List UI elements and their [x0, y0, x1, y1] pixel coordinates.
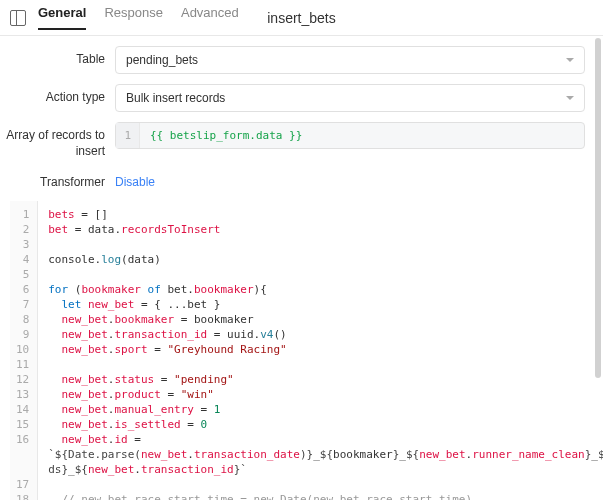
code-line[interactable] — [48, 268, 55, 281]
code-line[interactable]: let new_bet = { ...bet } — [48, 298, 220, 311]
code-line[interactable]: bet = data.recordsToInsert — [48, 223, 220, 236]
code-line[interactable]: new_bet.sport = "Greyhound Racing" — [48, 343, 286, 356]
code-line[interactable]: new_bet.manual_entry = 1 — [48, 403, 220, 416]
code-line[interactable]: console.log(data) — [48, 253, 161, 266]
records-code-input[interactable]: 1 {{ betslip_form.data }} — [115, 122, 585, 149]
panel-toggle-icon[interactable] — [10, 10, 26, 26]
select-action-type[interactable]: Bulk insert records — [115, 84, 585, 112]
tab-response[interactable]: Response — [104, 5, 163, 30]
header-bar: General Response Advanced insert_bets — [0, 0, 603, 36]
transformer-editor[interactable]: 1234567891011121314151617181920212223242… — [10, 201, 603, 500]
row-editor: 1234567891011121314151617181920212223242… — [0, 201, 585, 500]
code-line[interactable]: ds}_${new_bet.transaction_id}` — [48, 463, 247, 476]
code-line[interactable]: new_bet.is_settled = 0 — [48, 418, 207, 431]
code-line[interactable]: new_bet.bookmaker = bookmaker — [48, 313, 253, 326]
code-line[interactable] — [48, 358, 55, 371]
row-transformer: Transformer Disable — [0, 169, 585, 191]
query-title: insert_bets — [267, 10, 335, 26]
scrollbar[interactable] — [595, 38, 601, 378]
tab-general[interactable]: General — [38, 5, 86, 30]
label-transformer: Transformer — [0, 169, 115, 191]
code-line[interactable] — [48, 478, 55, 491]
code-line[interactable]: new_bet.transaction_id = uuid.v4() — [48, 328, 286, 341]
label-records: Array of records to insert — [0, 122, 115, 159]
row-records: Array of records to insert 1 {{ betslip_… — [0, 122, 585, 159]
editor-code[interactable]: bets = [] bet = data.recordsToInsert con… — [38, 201, 603, 500]
code-line[interactable]: new_bet.status = "pending" — [48, 373, 233, 386]
label-table: Table — [0, 46, 115, 68]
code-line[interactable]: `${Date.parse(new_bet.transaction_date)}… — [48, 448, 603, 461]
code-line[interactable]: for (bookmaker of bet.bookmaker){ — [48, 283, 267, 296]
row-table: Table pending_bets — [0, 46, 585, 74]
editor-gutter: 1234567891011121314151617181920212223242… — [10, 201, 38, 500]
label-action-type: Action type — [0, 84, 115, 106]
gutter: 1 — [116, 123, 140, 148]
code-line[interactable]: new_bet.product = "win" — [48, 388, 214, 401]
row-action-type: Action type Bulk insert records — [0, 84, 585, 112]
code-line[interactable]: // new_bet.race_start_time = new Date(ne… — [48, 493, 472, 500]
panel-body: Table pending_bets Action type Bulk inse… — [0, 36, 603, 500]
tabs: General Response Advanced — [38, 5, 239, 30]
editor-spacer — [0, 201, 10, 207]
select-table[interactable]: pending_bets — [115, 46, 585, 74]
code-line[interactable] — [48, 238, 55, 251]
code-line[interactable]: bets = [] — [48, 208, 108, 221]
tab-advanced[interactable]: Advanced — [181, 5, 239, 30]
transformer-disable-link[interactable]: Disable — [115, 169, 155, 189]
code-line[interactable]: new_bet.id = — [48, 433, 141, 446]
records-expression: {{ betslip_form.data }} — [150, 129, 302, 142]
